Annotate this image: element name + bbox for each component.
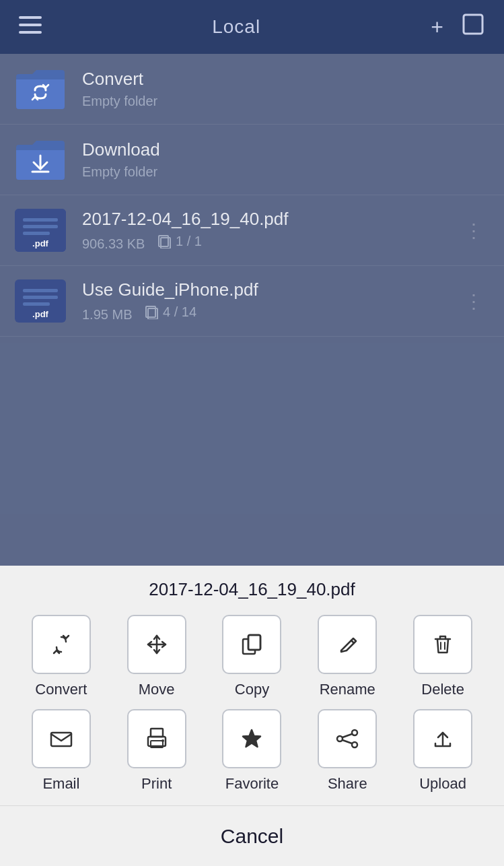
- move-button[interactable]: Move: [120, 615, 194, 698]
- print-label: Print: [141, 775, 172, 793]
- file-meta: Empty folder: [82, 164, 491, 180]
- list-item[interactable]: .pdf Use Guide_iPhone.pdf 1.95 MB 4 / 14…: [0, 266, 504, 337]
- file-name: Convert: [82, 69, 491, 90]
- hamburger-menu-icon[interactable]: [19, 16, 42, 38]
- top-navigation: Local +: [0, 0, 504, 54]
- pdf-file-icon: .pdf: [13, 278, 67, 324]
- upload-button[interactable]: Upload: [406, 709, 480, 793]
- rename-icon-box: [318, 615, 377, 674]
- convert-icon-box: [32, 615, 91, 674]
- svg-point-36: [352, 742, 357, 747]
- action-row-2: Email Print: [13, 709, 491, 793]
- file-list: Convert Empty folder Download Empty fold…: [0, 54, 504, 566]
- email-button[interactable]: Email: [24, 709, 98, 793]
- edit-icon[interactable]: [462, 13, 485, 41]
- delete-button[interactable]: Delete: [406, 615, 480, 698]
- favorite-label: Favorite: [225, 775, 279, 793]
- copy-label: Copy: [235, 681, 269, 698]
- svg-line-37: [343, 734, 352, 737]
- folder-icon: [13, 66, 67, 112]
- more-options-button[interactable]: ⋮: [458, 284, 491, 319]
- delete-label: Delete: [421, 681, 464, 698]
- svg-point-34: [352, 730, 357, 735]
- file-name: Use Guide_iPhone.pdf: [82, 279, 458, 300]
- copy-button[interactable]: Copy: [215, 615, 289, 698]
- svg-rect-9: [23, 225, 58, 228]
- file-info: Download Empty folder: [82, 139, 491, 180]
- action-row-1: Convert Move: [13, 615, 491, 698]
- svg-rect-10: [23, 232, 50, 235]
- upload-label: Upload: [419, 775, 466, 793]
- svg-point-33: [161, 739, 164, 742]
- svg-text:.pdf: .pdf: [32, 238, 48, 248]
- add-icon[interactable]: +: [431, 15, 443, 40]
- svg-rect-17: [23, 302, 50, 306]
- svg-rect-30: [151, 729, 163, 737]
- copy-icon-box: [222, 615, 281, 674]
- folder-icon: [13, 137, 67, 182]
- file-info: 2017-12-04_16_19_40.pdf 906.33 KB 1 / 1: [82, 209, 458, 252]
- file-name: Download: [82, 139, 491, 160]
- favorite-button[interactable]: Favorite: [215, 709, 289, 793]
- svg-rect-15: [23, 289, 58, 292]
- action-grid: Convert Move: [0, 615, 504, 803]
- file-meta: 1.95 MB 4 / 14: [82, 304, 458, 323]
- move-label: Move: [139, 681, 175, 698]
- svg-line-38: [343, 740, 352, 743]
- svg-rect-2: [19, 31, 42, 34]
- pdf-file-icon: .pdf: [13, 207, 67, 253]
- svg-rect-0: [19, 16, 42, 19]
- rename-button[interactable]: Rename: [310, 615, 384, 698]
- convert-label: Convert: [35, 681, 87, 698]
- list-item[interactable]: .pdf 2017-12-04_16_19_40.pdf 906.33 KB 1…: [0, 195, 504, 266]
- upload-icon-box: [413, 709, 472, 768]
- email-icon-box: [32, 709, 91, 768]
- share-label: Share: [328, 775, 367, 793]
- svg-point-35: [337, 736, 343, 741]
- svg-rect-3: [464, 15, 482, 34]
- print-icon-box: [127, 709, 186, 768]
- file-meta: 906.33 KB 1 / 1: [82, 234, 458, 252]
- bottom-action-sheet: 2017-12-04_16_19_40.pdf Convert: [0, 566, 504, 866]
- file-meta: Empty folder: [82, 94, 491, 109]
- rename-label: Rename: [320, 681, 375, 698]
- list-item[interactable]: Convert Empty folder: [0, 54, 504, 125]
- share-button[interactable]: Share: [310, 709, 384, 793]
- share-icon-box: [318, 709, 377, 768]
- svg-line-26: [351, 640, 354, 643]
- svg-rect-16: [23, 296, 58, 299]
- favorite-icon-box: [222, 709, 281, 768]
- print-button[interactable]: Print: [120, 709, 194, 793]
- cancel-label: Cancel: [221, 825, 283, 848]
- delete-icon-box: [413, 615, 472, 674]
- svg-rect-1: [19, 24, 42, 26]
- file-info: Convert Empty folder: [82, 69, 491, 109]
- svg-text:.pdf: .pdf: [32, 309, 48, 319]
- cancel-bar[interactable]: Cancel: [0, 805, 504, 866]
- svg-rect-24: [248, 635, 260, 650]
- sheet-filename: 2017-12-04_16_19_40.pdf: [149, 579, 355, 600]
- nav-action-icons: +: [431, 13, 485, 41]
- page-title: Local: [212, 16, 260, 38]
- svg-rect-29: [51, 733, 71, 746]
- move-icon-box: [127, 615, 186, 674]
- list-item[interactable]: Download Empty folder: [0, 125, 504, 195]
- file-info: Use Guide_iPhone.pdf 1.95 MB 4 / 14: [82, 279, 458, 323]
- convert-button[interactable]: Convert: [24, 615, 98, 698]
- email-label: Email: [42, 775, 79, 793]
- svg-rect-8: [23, 218, 58, 222]
- file-name: 2017-12-04_16_19_40.pdf: [82, 209, 458, 230]
- more-options-button[interactable]: ⋮: [458, 213, 491, 248]
